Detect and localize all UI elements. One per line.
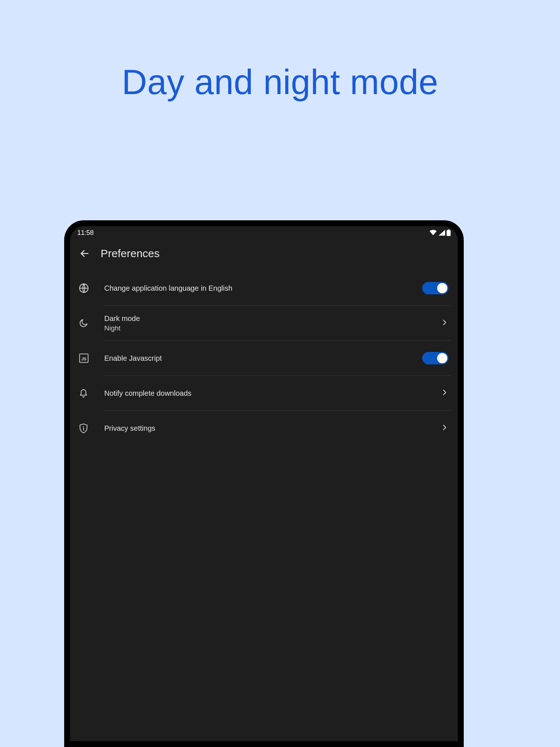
row-text: Privacy settings (104, 424, 420, 433)
page-title: Preferences (101, 247, 160, 260)
javascript-toggle[interactable] (422, 352, 448, 364)
svg-rect-0 (447, 230, 451, 236)
row-language[interactable]: Change application language in English (70, 271, 458, 306)
promo-canvas: Day and night mode 11:58 (0, 0, 560, 747)
promo-headline: Day and night mode (0, 62, 560, 102)
row-text: Enable Javascript (104, 354, 420, 363)
svg-rect-1 (448, 229, 450, 231)
arrow-left-icon (79, 248, 90, 259)
back-button[interactable] (79, 248, 90, 259)
toggle-thumb (437, 353, 447, 363)
row-label: Dark mode (104, 314, 420, 323)
row-dark-mode[interactable]: Dark mode Night (70, 306, 458, 341)
status-icons (429, 229, 451, 236)
row-sublabel: Night (104, 324, 420, 332)
device-frame: 11:58 (64, 220, 464, 747)
device-screen: 11:58 (70, 226, 458, 741)
row-text: Notify complete downloads (104, 389, 420, 398)
row-privacy[interactable]: Privacy settings (70, 411, 458, 446)
row-javascript[interactable]: JS Enable Javascript (70, 341, 458, 376)
bell-icon (77, 388, 104, 398)
status-bar: 11:58 (70, 226, 458, 239)
chevron-right-icon (440, 388, 448, 398)
signal-icon (439, 230, 445, 236)
svg-point-7 (83, 426, 84, 427)
app-bar: Preferences (70, 239, 458, 271)
wifi-icon (429, 230, 437, 236)
row-label: Enable Javascript (104, 354, 420, 363)
svg-text:JS: JS (81, 357, 86, 361)
chevron-right-icon (440, 423, 448, 433)
toggle-thumb (437, 283, 447, 293)
settings-list: Change application language in English (70, 271, 458, 446)
row-label: Privacy settings (104, 424, 420, 433)
row-label: Notify complete downloads (104, 389, 420, 398)
shield-info-icon (77, 423, 104, 433)
moon-icon (77, 318, 104, 328)
status-time: 11:58 (77, 229, 94, 237)
js-icon: JS (77, 353, 104, 363)
row-label: Change application language in English (104, 284, 420, 293)
battery-icon (447, 229, 451, 236)
globe-icon (77, 283, 104, 293)
chevron-right-icon (440, 318, 448, 328)
row-text: Change application language in English (104, 284, 420, 293)
row-notify-downloads[interactable]: Notify complete downloads (70, 376, 458, 411)
row-text: Dark mode Night (104, 314, 420, 332)
language-toggle[interactable] (422, 282, 448, 294)
